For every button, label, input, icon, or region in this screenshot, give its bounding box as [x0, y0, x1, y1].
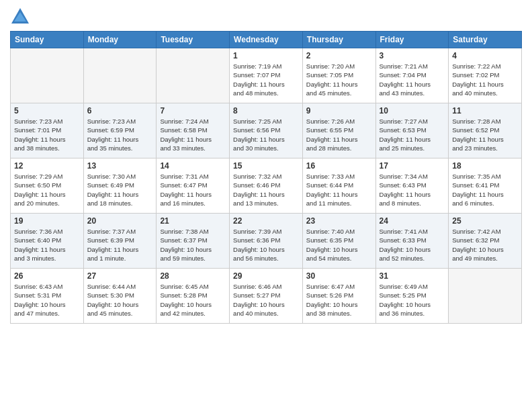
day-info: Sunrise: 7:33 AM Sunset: 6:44 PM Dayligh…: [306, 172, 372, 208]
day-number: 9: [306, 106, 372, 116]
day-header-saturday: Saturday: [449, 32, 522, 48]
day-cell: 30Sunrise: 6:47 AM Sunset: 5:26 PM Dayli…: [302, 269, 375, 324]
day-info: Sunrise: 7:40 AM Sunset: 6:35 PM Dayligh…: [306, 227, 372, 263]
day-number: 2: [306, 51, 372, 60]
day-info: Sunrise: 7:41 AM Sunset: 6:33 PM Dayligh…: [380, 227, 445, 263]
day-cell: 5Sunrise: 7:23 AM Sunset: 7:01 PM Daylig…: [11, 103, 84, 158]
day-number: 31: [380, 271, 445, 281]
day-number: 4: [452, 51, 518, 60]
day-cell: 15Sunrise: 7:32 AM Sunset: 6:46 PM Dayli…: [230, 158, 303, 214]
day-cell: 27Sunrise: 6:44 AM Sunset: 5:30 PM Dayli…: [83, 269, 157, 324]
day-number: 18: [452, 161, 518, 171]
day-info: Sunrise: 7:25 AM Sunset: 6:56 PM Dayligh…: [233, 117, 299, 152]
day-number: 12: [14, 161, 80, 171]
day-cell: 16Sunrise: 7:33 AM Sunset: 6:44 PM Dayli…: [302, 158, 375, 214]
day-number: 14: [160, 161, 226, 171]
day-cell: 24Sunrise: 7:41 AM Sunset: 6:33 PM Dayli…: [375, 214, 449, 269]
week-row-4: 19Sunrise: 7:36 AM Sunset: 6:40 PM Dayli…: [11, 214, 522, 269]
day-number: 23: [306, 216, 372, 226]
header-row: SundayMondayTuesdayWednesdayThursdayFrid…: [11, 32, 522, 48]
day-number: 6: [87, 106, 153, 116]
day-cell: 8Sunrise: 7:25 AM Sunset: 6:56 PM Daylig…: [230, 103, 303, 158]
day-info: Sunrise: 7:28 AM Sunset: 6:52 PM Dayligh…: [452, 117, 518, 152]
day-number: 3: [380, 51, 445, 60]
day-info: Sunrise: 6:44 AM Sunset: 5:30 PM Dayligh…: [87, 282, 153, 318]
day-info: Sunrise: 7:42 AM Sunset: 6:32 PM Dayligh…: [452, 227, 518, 263]
day-number: 7: [160, 106, 226, 116]
day-cell: 7Sunrise: 7:24 AM Sunset: 6:58 PM Daylig…: [157, 103, 230, 158]
day-cell: [449, 269, 522, 324]
day-number: 17: [380, 161, 445, 171]
day-cell: 9Sunrise: 7:26 AM Sunset: 6:55 PM Daylig…: [302, 103, 375, 158]
day-cell: [157, 48, 230, 103]
calendar-container: SundayMondayTuesdayWednesdayThursdayFrid…: [0, 0, 532, 330]
day-info: Sunrise: 7:29 AM Sunset: 6:50 PM Dayligh…: [14, 172, 80, 208]
day-cell: 19Sunrise: 7:36 AM Sunset: 6:40 PM Dayli…: [11, 214, 84, 269]
day-info: Sunrise: 6:45 AM Sunset: 5:28 PM Dayligh…: [160, 282, 226, 318]
day-number: 24: [380, 216, 445, 226]
day-number: 25: [452, 216, 518, 226]
day-cell: 3Sunrise: 7:21 AM Sunset: 7:04 PM Daylig…: [375, 48, 449, 103]
day-number: 26: [14, 271, 80, 281]
day-info: Sunrise: 7:30 AM Sunset: 6:49 PM Dayligh…: [87, 172, 153, 208]
day-cell: [83, 48, 157, 103]
day-cell: 14Sunrise: 7:31 AM Sunset: 6:47 PM Dayli…: [157, 158, 230, 214]
day-header-monday: Monday: [83, 32, 157, 48]
day-cell: 29Sunrise: 6:46 AM Sunset: 5:27 PM Dayli…: [230, 269, 303, 324]
day-info: Sunrise: 7:19 AM Sunset: 7:07 PM Dayligh…: [233, 62, 299, 97]
day-number: 30: [306, 271, 372, 281]
day-cell: 1Sunrise: 7:19 AM Sunset: 7:07 PM Daylig…: [230, 48, 303, 103]
calendar-table: SundayMondayTuesdayWednesdayThursdayFrid…: [10, 31, 522, 324]
day-number: 5: [14, 106, 80, 116]
day-info: Sunrise: 7:27 AM Sunset: 6:53 PM Dayligh…: [380, 117, 445, 152]
day-header-tuesday: Tuesday: [157, 32, 230, 48]
day-info: Sunrise: 7:32 AM Sunset: 6:46 PM Dayligh…: [233, 172, 299, 208]
day-number: 29: [233, 271, 299, 281]
week-row-5: 26Sunrise: 6:43 AM Sunset: 5:31 PM Dayli…: [11, 269, 522, 324]
day-info: Sunrise: 7:31 AM Sunset: 6:47 PM Dayligh…: [160, 172, 226, 208]
day-info: Sunrise: 7:26 AM Sunset: 6:55 PM Dayligh…: [306, 117, 372, 152]
day-header-thursday: Thursday: [302, 32, 375, 48]
day-header-sunday: Sunday: [11, 32, 84, 48]
day-info: Sunrise: 6:46 AM Sunset: 5:27 PM Dayligh…: [233, 282, 299, 318]
day-cell: 4Sunrise: 7:22 AM Sunset: 7:02 PM Daylig…: [449, 48, 522, 103]
day-info: Sunrise: 6:43 AM Sunset: 5:31 PM Dayligh…: [14, 282, 80, 318]
logo: [10, 7, 33, 27]
day-number: 11: [452, 106, 518, 116]
logo-icon: [10, 7, 30, 27]
day-info: Sunrise: 7:38 AM Sunset: 6:37 PM Dayligh…: [160, 227, 226, 263]
day-cell: 22Sunrise: 7:39 AM Sunset: 6:36 PM Dayli…: [230, 214, 303, 269]
header: [10, 7, 522, 27]
day-cell: 25Sunrise: 7:42 AM Sunset: 6:32 PM Dayli…: [449, 214, 522, 269]
day-number: 8: [233, 106, 299, 116]
day-number: 20: [87, 216, 153, 226]
day-header-wednesday: Wednesday: [230, 32, 303, 48]
day-cell: [11, 48, 84, 103]
day-cell: 31Sunrise: 6:49 AM Sunset: 5:25 PM Dayli…: [375, 269, 449, 324]
day-info: Sunrise: 7:21 AM Sunset: 7:04 PM Dayligh…: [380, 62, 445, 97]
day-info: Sunrise: 7:22 AM Sunset: 7:02 PM Dayligh…: [452, 62, 518, 97]
day-info: Sunrise: 6:47 AM Sunset: 5:26 PM Dayligh…: [306, 282, 372, 318]
week-row-3: 12Sunrise: 7:29 AM Sunset: 6:50 PM Dayli…: [11, 158, 522, 214]
week-row-2: 5Sunrise: 7:23 AM Sunset: 7:01 PM Daylig…: [11, 103, 522, 158]
day-info: Sunrise: 7:24 AM Sunset: 6:58 PM Dayligh…: [160, 117, 226, 152]
day-number: 27: [87, 271, 153, 281]
day-info: Sunrise: 7:39 AM Sunset: 6:36 PM Dayligh…: [233, 227, 299, 263]
day-info: Sunrise: 7:23 AM Sunset: 6:59 PM Dayligh…: [87, 117, 153, 152]
day-cell: 2Sunrise: 7:20 AM Sunset: 7:05 PM Daylig…: [302, 48, 375, 103]
day-cell: 21Sunrise: 7:38 AM Sunset: 6:37 PM Dayli…: [157, 214, 230, 269]
day-number: 28: [160, 271, 226, 281]
day-cell: 6Sunrise: 7:23 AM Sunset: 6:59 PM Daylig…: [83, 103, 157, 158]
day-number: 21: [160, 216, 226, 226]
day-cell: 28Sunrise: 6:45 AM Sunset: 5:28 PM Dayli…: [157, 269, 230, 324]
day-cell: 17Sunrise: 7:34 AM Sunset: 6:43 PM Dayli…: [375, 158, 449, 214]
day-number: 22: [233, 216, 299, 226]
day-number: 16: [306, 161, 372, 171]
day-cell: 13Sunrise: 7:30 AM Sunset: 6:49 PM Dayli…: [83, 158, 157, 214]
day-number: 15: [233, 161, 299, 171]
day-info: Sunrise: 7:20 AM Sunset: 7:05 PM Dayligh…: [306, 62, 372, 97]
day-info: Sunrise: 6:49 AM Sunset: 5:25 PM Dayligh…: [380, 282, 445, 318]
day-number: 1: [233, 51, 299, 60]
week-row-1: 1Sunrise: 7:19 AM Sunset: 7:07 PM Daylig…: [11, 48, 522, 103]
day-number: 19: [14, 216, 80, 226]
